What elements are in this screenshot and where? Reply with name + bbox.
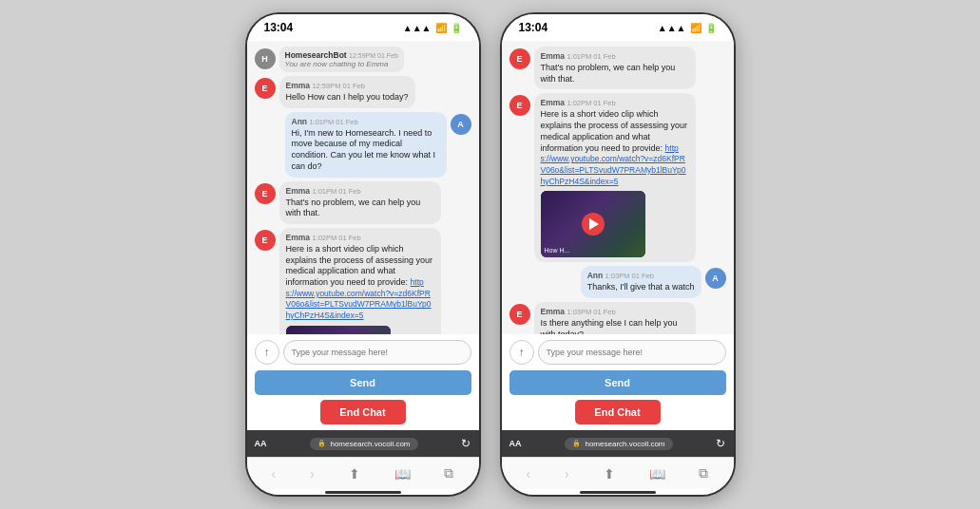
bot-name-left: HomesearchBot [285, 50, 347, 60]
share-button-right[interactable]: ⬆ [596, 462, 623, 485]
bot-message-left: H HomesearchBot 12:59PM 01 Feb You are n… [255, 47, 471, 72]
avatar-emma-3-left: E [255, 230, 276, 251]
bubble-3-left: Emma 1:02PM 01 Feb Here is a short video… [279, 228, 441, 334]
status-icons-right: ▲▲▲ 📶 🔋 [658, 23, 717, 33]
share-button-left[interactable]: ⬆ [341, 462, 368, 485]
browser-url-right[interactable]: 🔒 homesearch.vocoll.com [565, 438, 672, 450]
url-text-left: homesearch.vocoll.com [330, 440, 410, 448]
forward-button-left[interactable]: › [302, 462, 322, 485]
input-area-left: ↑ Send End Chat [247, 334, 479, 430]
time-2-right: 1:03PM 01 Feb [605, 272, 654, 280]
bot-bubble-left: HomesearchBot 12:59PM 01 Feb You are now… [279, 47, 404, 72]
send-button-right[interactable]: Send [509, 370, 726, 395]
nav-bar-left: ‹ › ⬆ 📖 ⧉ [247, 457, 479, 489]
bubble-1-left: Ann 1:01PM 01 Feb Hi, I'm new to Homesea… [285, 112, 447, 178]
input-row-right: ↑ [509, 340, 726, 365]
end-chat-button-right[interactable]: End Chat [575, 400, 661, 424]
url-text-right: homesearch.vocoll.com [585, 440, 664, 448]
avatar-ann-2-right: A [705, 268, 726, 289]
tabs-button-right[interactable]: ⧉ [691, 462, 716, 485]
bot-system-msg-left: You are now chatting to Emma [285, 60, 398, 68]
wifi-icon-right: 📶 [690, 23, 701, 33]
time-left: 13:04 [264, 21, 294, 34]
upload-button-right[interactable]: ↑ [509, 340, 534, 365]
signal-icon-left: ▲▲▲ [403, 23, 432, 33]
bookmarks-button-right[interactable]: 📖 [642, 462, 673, 485]
text-3-right: Is there anything else I can help you wi… [541, 318, 678, 334]
nav-bar-right: ‹ › ⬆ 📖 ⧉ [502, 457, 734, 489]
end-chat-button-left[interactable]: End Chat [320, 400, 406, 424]
back-button-right[interactable]: ‹ [518, 462, 538, 485]
upload-button-left[interactable]: ↑ [255, 340, 279, 365]
msg-row-0-left: E Emma 12:59PM 01 Feb Hello How can I he… [255, 76, 471, 108]
status-bar-right: 13:04 ▲▲▲ 📶 🔋 [502, 14, 734, 41]
sender-0-left: Emma 12:59PM 01 Feb [286, 81, 409, 91]
play-triangle-right [589, 218, 599, 230]
avatar-emma-0-right: E [509, 48, 530, 69]
battery-icon-right: 🔋 [705, 23, 717, 33]
text-2-left: That's no problem, we can help you with … [286, 198, 421, 218]
browser-aa-right[interactable]: AA [509, 439, 522, 448]
home-bar-left [325, 491, 401, 494]
msg-row-3-right: E Emma 1:03PM 01 Feb Is there anything e… [509, 302, 726, 334]
time-1-right: 1:02PM 01 Feb [567, 99, 615, 107]
message-input-right[interactable] [538, 340, 726, 365]
video-thumb-right[interactable]: How H... [541, 191, 645, 257]
text-0-left: Hello How can I help you today? [286, 92, 409, 102]
time-0-left: 12:59PM 01 Feb [312, 82, 364, 90]
sender-2-left: Emma 1:01PM 01 Feb [286, 186, 434, 197]
bookmarks-button-left[interactable]: 📖 [387, 462, 418, 485]
msg-row-1-right: E Emma 1:02PM 01 Feb Here is a short vid… [509, 93, 726, 262]
avatar-bot-left: H [255, 48, 276, 69]
time-right: 13:04 [519, 21, 548, 34]
msg-row-2-right: A Ann 1:03PM 01 Feb Thanks, I'll give th… [509, 266, 726, 298]
time-1-left: 1:01PM 01 Feb [309, 118, 357, 126]
chat-area-right: E Emma 1:01PM 01 Feb That's no problem, … [502, 41, 734, 430]
send-button-left[interactable]: Send [255, 370, 471, 395]
wifi-icon-left: 📶 [435, 23, 447, 33]
home-indicator-right [502, 489, 734, 495]
text-2-right: Thanks, I'll give that a watch [587, 282, 695, 292]
reload-icon-right[interactable]: ↻ [716, 437, 725, 450]
time-3-right: 1:03PM 01 Feb [567, 308, 615, 316]
bot-time-left: 12:59PM 01 Feb [349, 52, 398, 59]
phone-right: 13:04 ▲▲▲ 📶 🔋 E Emma 1:01PM 01 Feb That'… [500, 12, 736, 497]
browser-aa-left[interactable]: AA [255, 439, 267, 448]
bubble-0-left: Emma 12:59PM 01 Feb Hello How can I help… [279, 76, 415, 108]
message-input-left[interactable] [283, 340, 471, 365]
browser-bar-right: AA 🔒 homesearch.vocoll.com ↻ [502, 430, 734, 457]
messages-area-right: E Emma 1:01PM 01 Feb That's no problem, … [502, 41, 734, 334]
messages-area-left: H HomesearchBot 12:59PM 01 Feb You are n… [247, 41, 479, 334]
phones-container: 13:04 ▲▲▲ 📶 🔋 H HomesearchBot 12:59PM 01… [245, 12, 736, 497]
forward-button-right[interactable]: › [557, 462, 577, 485]
msg-row-0-right: E Emma 1:01PM 01 Feb That's no problem, … [509, 47, 726, 89]
time-0-right: 1:01PM 01 Feb [567, 52, 615, 61]
browser-url-left[interactable]: 🔒 homesearch.vocoll.com [310, 438, 417, 450]
avatar-emma-2-left: E [255, 183, 276, 204]
video-label-right: How H... [545, 246, 570, 254]
sender-1-left: Ann 1:01PM 01 Feb [292, 117, 440, 127]
sender-0-right: Emma 1:01PM 01 Feb [541, 51, 689, 62]
input-row-left: ↑ [255, 340, 471, 365]
upload-icon-right: ↑ [519, 347, 525, 358]
play-button-right[interactable] [582, 213, 605, 236]
video-thumb-left[interactable]: How H... [286, 326, 391, 334]
bubble-0-right: Emma 1:01PM 01 Feb That's no problem, we… [534, 47, 696, 89]
upload-icon-left: ↑ [264, 347, 270, 358]
battery-icon-left: 🔋 [451, 23, 462, 33]
time-3-left: 1:02PM 01 Feb [312, 234, 360, 242]
bubble-2-right: Ann 1:03PM 01 Feb Thanks, I'll give that… [581, 266, 701, 298]
avatar-ann-1-left: A [451, 114, 471, 135]
text-0-right: That's no problem, we can help you with … [541, 63, 676, 84]
back-button-left[interactable]: ‹ [263, 462, 283, 485]
sender-2-right: Ann 1:03PM 01 Feb [587, 271, 695, 281]
status-icons-left: ▲▲▲ 📶 🔋 [403, 23, 462, 33]
bubble-1-right: Emma 1:02PM 01 Feb Here is a short video… [534, 93, 696, 262]
avatar-emma-1-right: E [509, 95, 530, 116]
signal-icon-right: ▲▲▲ [658, 23, 686, 33]
phone-left: 13:04 ▲▲▲ 📶 🔋 H HomesearchBot 12:59PM 01… [245, 12, 481, 497]
home-bar-right [580, 491, 656, 494]
time-2-left: 1:01PM 01 Feb [312, 187, 360, 196]
tabs-button-left[interactable]: ⧉ [436, 462, 461, 485]
reload-icon-left[interactable]: ↻ [461, 437, 471, 450]
